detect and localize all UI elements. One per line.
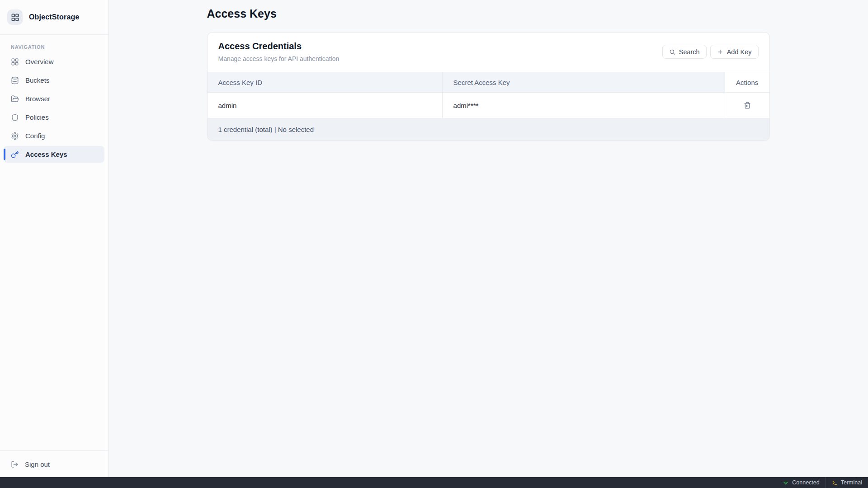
key-icon: [11, 150, 19, 159]
sidebar-item-config[interactable]: Config: [4, 127, 104, 144]
sidebar-item-access-keys[interactable]: Access Keys: [4, 146, 104, 163]
card-header-actions: Search Add Key: [662, 45, 759, 59]
card-subtitle: Manage access keys for API authenticatio…: [218, 55, 340, 62]
sidebar-item-label: Overview: [25, 58, 54, 66]
sidebar-item-label: Buckets: [25, 76, 49, 84]
access-credentials-card: Access Credentials Manage access keys fo…: [207, 32, 770, 141]
trash-icon: [744, 102, 751, 109]
sidebar-item-overview[interactable]: Overview: [4, 53, 104, 70]
access-keys-table: Access Key ID Secret Access Key Actions …: [208, 72, 769, 118]
database-icon: [11, 76, 19, 84]
app-row: ObjectStorage NAVIGATION Overview Bucket…: [0, 0, 868, 477]
gear-icon: [11, 132, 19, 140]
connection-status: Connected: [777, 477, 825, 488]
main-area: Access Keys Access Credentials Manage ac…: [108, 0, 868, 477]
terminal-label: Terminal: [841, 479, 862, 486]
grid-logo-icon: [11, 13, 19, 22]
table-row[interactable]: admin admi****: [208, 93, 769, 118]
sidebar-item-label: Policies: [25, 113, 49, 121]
connection-status-label: Connected: [792, 479, 819, 486]
wifi-icon: [783, 479, 789, 486]
sidebar-item-label: Browser: [25, 95, 50, 103]
terminal-button[interactable]: Terminal: [826, 477, 868, 488]
sidebar-nav: Overview Buckets Browser Policies: [0, 53, 108, 163]
folder-open-icon: [11, 95, 19, 103]
nav-section-label: NAVIGATION: [11, 44, 97, 50]
sidebar-header: ObjectStorage: [0, 0, 108, 35]
sidebar: ObjectStorage NAVIGATION Overview Bucket…: [0, 0, 108, 477]
search-icon: [669, 49, 675, 55]
add-key-button[interactable]: Add Key: [710, 45, 759, 59]
access-key-id-cell: admin: [208, 93, 443, 118]
page-title: Access Keys: [207, 7, 770, 20]
plus-icon: [717, 49, 723, 55]
add-key-button-label: Add Key: [727, 48, 752, 56]
grid-icon: [11, 58, 19, 66]
table-header: Access Key ID Secret Access Key Actions: [208, 72, 769, 93]
log-out-icon: [11, 460, 19, 468]
search-button[interactable]: Search: [662, 45, 707, 59]
card-header: Access Credentials Manage access keys fo…: [208, 33, 769, 72]
column-header-secret-access-key: Secret Access Key: [442, 72, 725, 93]
sign-out-button[interactable]: Sign out: [0, 450, 108, 477]
column-header-actions: Actions: [725, 72, 769, 93]
card-header-text: Access Credentials Manage access keys fo…: [218, 41, 340, 62]
sidebar-item-buckets[interactable]: Buckets: [4, 72, 104, 89]
sidebar-item-browser[interactable]: Browser: [4, 90, 104, 107]
search-button-label: Search: [679, 48, 700, 56]
actions-cell: [725, 93, 769, 118]
secret-access-key-cell: admi****: [442, 93, 725, 118]
terminal-icon: [832, 480, 838, 486]
sidebar-item-label: Config: [25, 132, 45, 140]
card-title: Access Credentials: [218, 41, 340, 52]
sign-out-label: Sign out: [25, 460, 50, 468]
column-header-access-key-id: Access Key ID: [208, 72, 443, 93]
sidebar-item-policies[interactable]: Policies: [4, 109, 104, 126]
app-logo: [7, 9, 23, 25]
content-container: Access Keys Access Credentials Manage ac…: [207, 0, 770, 141]
shield-icon: [11, 113, 19, 122]
delete-key-button[interactable]: [742, 100, 753, 111]
status-bar: Connected Terminal: [0, 477, 868, 488]
sidebar-item-label: Access Keys: [25, 150, 67, 158]
table-footer-status: 1 credential (total) | No selected: [208, 118, 769, 140]
app-title: ObjectStorage: [29, 13, 79, 21]
sidebar-spacer: [0, 163, 108, 450]
